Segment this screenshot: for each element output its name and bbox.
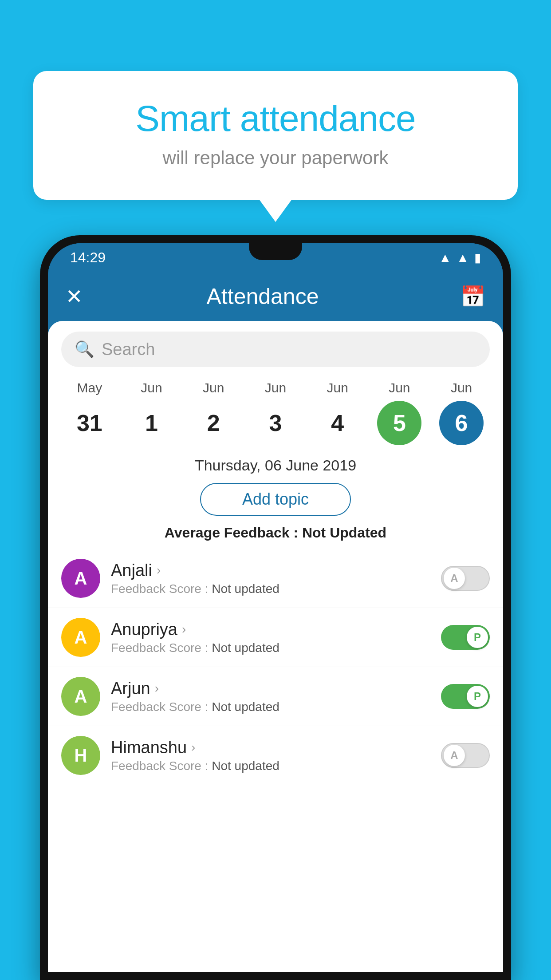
cal-day-num: 3 [253, 401, 298, 445]
calendar-day-4[interactable]: Jun4 [309, 380, 366, 445]
signal-icon: ▲ [457, 251, 469, 265]
chevron-icon: › [182, 622, 186, 636]
student-avatar: A [61, 559, 100, 598]
student-feedback: Feedback Score : Not updated [111, 582, 430, 596]
student-avatar: A [61, 618, 100, 657]
status-time: 14:29 [70, 249, 106, 266]
student-name[interactable]: Anjali › [111, 561, 430, 580]
cal-month: Jun [327, 380, 348, 395]
attendance-toggle[interactable]: P [441, 684, 490, 709]
student-list: AAnjali ›Feedback Score : Not updatedAAA… [48, 549, 503, 972]
cal-day-num: 31 [67, 401, 112, 445]
chevron-icon: › [155, 681, 159, 695]
student-item-2: AArjun ›Feedback Score : Not updatedP [48, 667, 503, 726]
toggle-knob: A [444, 568, 465, 589]
wifi-icon: ▲ [439, 251, 452, 265]
student-item-3: HHimanshu ›Feedback Score : Not updatedA [48, 726, 503, 785]
student-info: Anupriya ›Feedback Score : Not updated [111, 620, 430, 655]
cal-day-num: 5 [377, 401, 421, 445]
cal-month: Jun [389, 380, 410, 395]
cal-month: Jun [451, 380, 472, 395]
cal-day-num: 4 [315, 401, 360, 445]
feedback-value: Not Updated [302, 525, 386, 541]
student-name[interactable]: Anupriya › [111, 620, 430, 639]
app-bar: ✕ Attendance 📅 [48, 272, 503, 321]
cal-day-num: 1 [130, 401, 174, 445]
student-avatar: A [61, 677, 100, 716]
attendance-toggle[interactable]: A [441, 566, 490, 591]
cal-month: May [77, 380, 102, 395]
toggle-knob: A [444, 745, 465, 766]
student-info: Himanshu ›Feedback Score : Not updated [111, 738, 430, 773]
student-info: Arjun ›Feedback Score : Not updated [111, 679, 430, 714]
student-feedback: Feedback Score : Not updated [111, 700, 430, 714]
content-area: 🔍 Search May31Jun1Jun2Jun3Jun4Jun5Jun6 T… [48, 321, 503, 972]
speech-bubble: Smart attendance will replace your paper… [33, 71, 518, 200]
cal-day-num: 6 [439, 401, 484, 445]
search-icon: 🔍 [75, 340, 94, 359]
student-name[interactable]: Himanshu › [111, 738, 430, 757]
student-item-0: AAnjali ›Feedback Score : Not updatedA [48, 549, 503, 608]
calendar-day-0[interactable]: May31 [61, 380, 118, 445]
toggle-knob: P [467, 686, 488, 707]
cal-month: Jun [265, 380, 286, 395]
bubble-subtitle: will replace your paperwork [69, 147, 482, 169]
calendar-day-5[interactable]: Jun5 [370, 380, 428, 445]
cal-month: Jun [141, 380, 162, 395]
student-item-1: AAnupriya ›Feedback Score : Not updatedP [48, 608, 503, 667]
feedback-summary: Average Feedback : Not Updated [48, 520, 503, 549]
bubble-title: Smart attendance [69, 98, 482, 139]
add-topic-button[interactable]: Add topic [200, 483, 351, 516]
phone-inner: 14:29 ▲ ▲ ▮ ✕ Attendance 📅 🔍 Search [48, 243, 503, 972]
calendar-day-3[interactable]: Jun3 [247, 380, 304, 445]
calendar-day-1[interactable]: Jun1 [123, 380, 181, 445]
cal-month: Jun [203, 380, 224, 395]
search-placeholder: Search [102, 340, 155, 359]
student-avatar: H [61, 736, 100, 775]
calendar-day-2[interactable]: Jun2 [185, 380, 242, 445]
student-name[interactable]: Arjun › [111, 679, 430, 698]
attendance-toggle[interactable]: P [441, 625, 490, 650]
chevron-icon: › [157, 563, 161, 577]
toggle-knob: P [467, 627, 488, 648]
phone-notch [249, 243, 302, 260]
student-feedback: Feedback Score : Not updated [111, 641, 430, 655]
student-info: Anjali ›Feedback Score : Not updated [111, 561, 430, 596]
chevron-icon: › [191, 740, 195, 755]
student-feedback: Feedback Score : Not updated [111, 759, 430, 773]
battery-icon: ▮ [474, 250, 481, 265]
attendance-toggle[interactable]: A [441, 743, 490, 768]
app-bar-title: Attendance [79, 284, 447, 309]
phone-frame: 14:29 ▲ ▲ ▮ ✕ Attendance 📅 🔍 Search [40, 235, 511, 980]
calendar-day-6[interactable]: Jun6 [433, 380, 490, 445]
status-icons: ▲ ▲ ▮ [439, 250, 481, 265]
selected-date: Thursday, 06 June 2019 [48, 450, 503, 478]
cal-day-num: 2 [191, 401, 236, 445]
search-bar[interactable]: 🔍 Search [61, 332, 490, 367]
calendar-icon[interactable]: 📅 [460, 285, 485, 308]
feedback-label: Average Feedback : [165, 525, 298, 541]
calendar-strip: May31Jun1Jun2Jun3Jun4Jun5Jun6 [48, 376, 503, 450]
search-bar-container: 🔍 Search [48, 321, 503, 376]
